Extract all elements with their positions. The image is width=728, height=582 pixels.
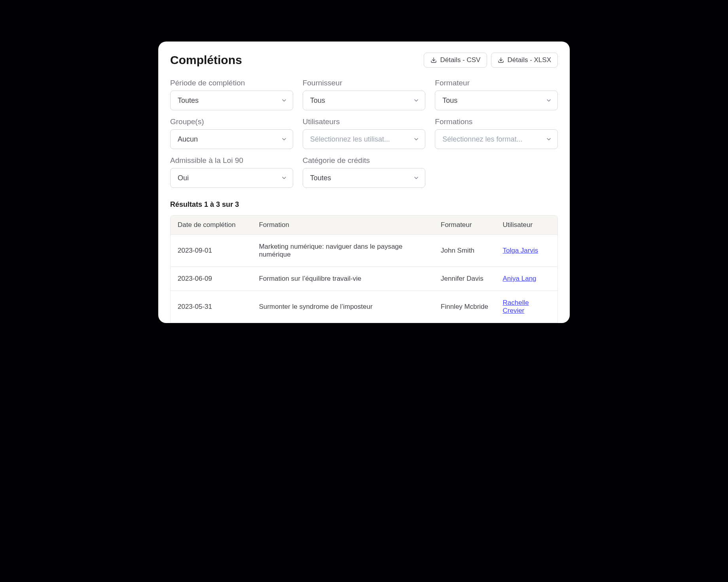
users-select[interactable]: Sélectionnez les utilisat...: [303, 129, 426, 149]
groups-select[interactable]: Aucun: [170, 129, 293, 149]
page-title: Complétions: [170, 53, 242, 67]
cell-training: Formation sur l’équilibre travail-vie: [252, 267, 434, 291]
select-value: Tous: [310, 96, 325, 105]
select-value: Toutes: [178, 96, 199, 105]
cell-user: Rachelle Crevier: [496, 291, 558, 323]
filter-label: Fournisseur: [303, 79, 426, 87]
table-row: 2023-09-01 Marketing numérique: naviguer…: [171, 235, 557, 267]
filter-trainings: Formations Sélectionnez les format...: [435, 117, 558, 149]
export-csv-button[interactable]: Détails - CSV: [424, 53, 487, 68]
cell-trainer: John Smith: [434, 235, 495, 267]
export-buttons: Détails - CSV Détails - XLSX: [424, 53, 558, 68]
filter-label: Catégorie de crédits: [303, 156, 426, 165]
col-training: Formation: [252, 215, 434, 235]
user-link[interactable]: Aniya Lang: [503, 275, 537, 282]
filters-grid: Période de complétion Toutes Fournisseur…: [170, 79, 558, 188]
provider-select[interactable]: Tous: [303, 91, 426, 110]
col-date: Date de complétion: [171, 215, 252, 235]
filter-label: Admissible à la Loi 90: [170, 156, 293, 165]
user-link[interactable]: Rachelle Crevier: [503, 299, 529, 314]
completion-period-select[interactable]: Toutes: [170, 91, 293, 110]
cell-trainer: Finnley Mcbride: [434, 291, 495, 323]
trainings-select[interactable]: Sélectionnez les format...: [435, 129, 558, 149]
download-icon: [430, 57, 437, 63]
table-row: 2023-05-31 Surmonter le syndrome de l’im…: [171, 291, 557, 323]
export-xlsx-label: Détails - XLSX: [507, 56, 551, 64]
filter-completion-period: Période de complétion Toutes: [170, 79, 293, 110]
user-link[interactable]: Tolga Jarvis: [503, 247, 538, 254]
table-row: 2023-06-09 Formation sur l’équilibre tra…: [171, 267, 557, 291]
chevron-down-icon: [281, 175, 287, 181]
credit-category-select[interactable]: Toutes: [303, 168, 426, 188]
results-summary: Résultats 1 à 3 sur 3: [170, 200, 558, 209]
filter-law90: Admissible à la Loi 90 Oui: [170, 156, 293, 188]
chevron-down-icon: [546, 136, 552, 142]
select-placeholder: Sélectionnez les format...: [442, 135, 522, 144]
export-xlsx-button[interactable]: Détails - XLSX: [491, 53, 558, 68]
filter-label: Formateur: [435, 79, 558, 87]
select-value: Tous: [442, 96, 457, 105]
chevron-down-icon: [413, 97, 419, 104]
filter-credit-category: Catégorie de crédits Toutes: [303, 156, 426, 188]
chevron-down-icon: [413, 175, 419, 181]
col-user: Utilisateur: [496, 215, 558, 235]
filter-label: Formations: [435, 117, 558, 126]
chevron-down-icon: [281, 136, 287, 142]
select-value: Toutes: [310, 174, 331, 182]
cell-training: Marketing numérique: naviguer dans le pa…: [252, 235, 434, 267]
select-value: Aucun: [178, 135, 198, 144]
card-header: Complétions Détails - CSV Détails - XLSX: [170, 53, 558, 68]
cell-trainer: Jennifer Davis: [434, 267, 495, 291]
select-placeholder: Sélectionnez les utilisat...: [310, 135, 390, 144]
results-table: Date de complétion Formation Formateur U…: [171, 215, 557, 323]
col-trainer: Formateur: [434, 215, 495, 235]
select-value: Oui: [178, 174, 189, 182]
chevron-down-icon: [281, 97, 287, 104]
chevron-down-icon: [413, 136, 419, 142]
chevron-down-icon: [546, 97, 552, 104]
cell-date: 2023-05-31: [171, 291, 252, 323]
filter-label: Utilisateurs: [303, 117, 426, 126]
cell-training: Surmonter le syndrome de l’imposteur: [252, 291, 434, 323]
filter-trainer: Formateur Tous: [435, 79, 558, 110]
filter-groups: Groupe(s) Aucun: [170, 117, 293, 149]
cell-user: Aniya Lang: [496, 267, 558, 291]
export-csv-label: Détails - CSV: [440, 56, 480, 64]
trainer-select[interactable]: Tous: [435, 91, 558, 110]
filter-users: Utilisateurs Sélectionnez les utilisat..…: [303, 117, 426, 149]
download-icon: [498, 57, 504, 63]
filter-provider: Fournisseur Tous: [303, 79, 426, 110]
cell-date: 2023-09-01: [171, 235, 252, 267]
filter-label: Groupe(s): [170, 117, 293, 126]
filter-label: Période de complétion: [170, 79, 293, 87]
results-table-wrap: Date de complétion Formation Formateur U…: [170, 215, 558, 323]
cell-user: Tolga Jarvis: [496, 235, 558, 267]
completions-card: Complétions Détails - CSV Détails - XLSX…: [158, 42, 570, 323]
cell-date: 2023-06-09: [171, 267, 252, 291]
law90-select[interactable]: Oui: [170, 168, 293, 188]
